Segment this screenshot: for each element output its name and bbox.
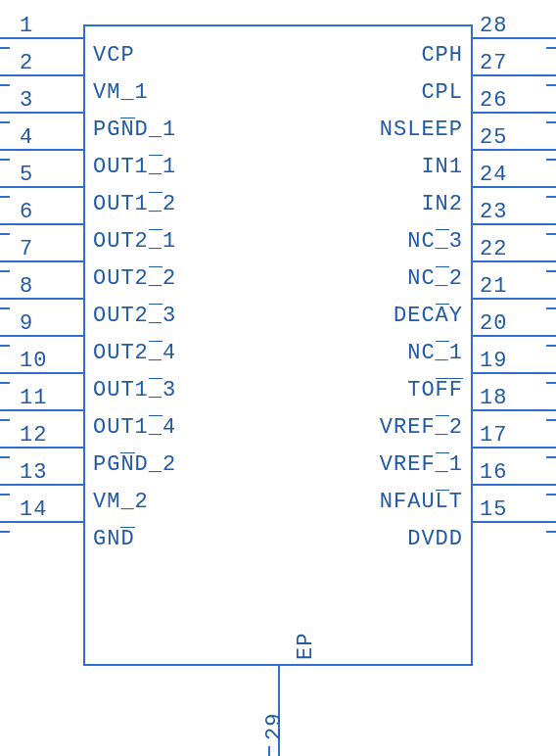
- pin-label: DVDD: [277, 527, 463, 551]
- pin-label: GND: [93, 527, 135, 551]
- pin-lead: [0, 74, 83, 76]
- pin-lead: [0, 260, 83, 262]
- pin-stub: [0, 345, 10, 347]
- pin-stub: [0, 159, 10, 161]
- pin-stub: [0, 494, 10, 496]
- pin-label: NSLEEP: [277, 118, 463, 142]
- pin-number: 7: [20, 237, 33, 261]
- pin-number: 26: [480, 88, 507, 113]
- pin-label: VCP: [93, 43, 135, 68]
- pin-stub: [0, 307, 10, 309]
- pin-number: 17: [480, 423, 507, 448]
- pin-label: OUT1_1: [93, 155, 176, 179]
- pin-label: NC_1: [277, 341, 463, 365]
- pin-stub: [0, 531, 10, 533]
- pin-number: 6: [20, 200, 33, 224]
- pin-stub: [0, 456, 10, 458]
- pin-label: CPH: [277, 43, 463, 68]
- pin-stub: [546, 196, 556, 198]
- pin-lead: [0, 112, 83, 114]
- pin-lead: [0, 186, 83, 188]
- pin-label: OUT2_2: [93, 266, 176, 291]
- pin-stub: [0, 84, 10, 86]
- pin-label: NC_2: [277, 266, 463, 291]
- pin-stub: [546, 382, 556, 384]
- pin-label: OUT1_3: [93, 378, 176, 402]
- pin-number: 13: [20, 460, 47, 485]
- pin-stub: [546, 531, 556, 533]
- pin-number: 16: [480, 460, 507, 485]
- pin-lead: [0, 298, 83, 300]
- pin-stub: [546, 456, 556, 458]
- pin-label: OUT2_1: [93, 229, 176, 254]
- pin-number: 19: [480, 349, 507, 373]
- pin-stub: [0, 419, 10, 421]
- pin-stub: [0, 196, 10, 198]
- pin-number: 1: [20, 14, 33, 38]
- pin-stub: [546, 84, 556, 86]
- pin-label: PGND_1: [93, 118, 176, 142]
- pin-number: 20: [480, 311, 507, 336]
- pin-number: 8: [20, 274, 33, 299]
- pin-label: VM_2: [93, 490, 149, 514]
- pin-label: PGND_2: [93, 452, 176, 477]
- pin-number: 12: [20, 423, 47, 448]
- pin-stub: [268, 746, 270, 756]
- pin-stub: [0, 47, 10, 49]
- pin-number: 3: [20, 88, 33, 113]
- pin-stub: [0, 270, 10, 272]
- pin-number: 24: [480, 163, 507, 187]
- pin-stub: [546, 307, 556, 309]
- pin-label: NC_3: [277, 229, 463, 254]
- pin-stub: [546, 233, 556, 235]
- pin-number: 22: [480, 237, 507, 261]
- pin-label: OUT2_4: [93, 341, 176, 365]
- pin-number: 18: [480, 386, 507, 410]
- pin-label: VREF_1: [277, 452, 463, 477]
- pin-label: OUT2_3: [93, 304, 176, 328]
- pin-label: IN1: [277, 155, 463, 179]
- pin-number: 2: [20, 51, 33, 75]
- pin-lead: [0, 335, 83, 337]
- pin-number: 11: [20, 386, 47, 410]
- pin-label: OUT1_4: [93, 415, 176, 440]
- pinout-diagram: 1VCP2VM_13PGND_14OUT1_15OUT1_26OUT2_17OU…: [0, 0, 556, 756]
- pin-number: 23: [480, 200, 507, 224]
- pin-label: VM_1: [93, 80, 149, 105]
- pin-number: 29: [262, 713, 287, 740]
- pin-label: TOFF: [277, 378, 463, 402]
- pin-stub: [0, 121, 10, 123]
- pin-label: CPL: [277, 80, 463, 105]
- pin-number: 21: [480, 274, 507, 299]
- pin-stub: [546, 47, 556, 49]
- pin-number: 15: [480, 497, 507, 522]
- pin-label: NFAULT: [277, 490, 463, 514]
- pin-label: IN2: [277, 192, 463, 216]
- pin-stub: [546, 270, 556, 272]
- pin-stub: [0, 382, 10, 384]
- pin-number: 25: [480, 125, 507, 150]
- pin-number: 10: [20, 349, 47, 373]
- pin-label: EP: [294, 633, 318, 660]
- pin-label: DECAY: [277, 304, 463, 328]
- pin-label: VREF_2: [277, 415, 463, 440]
- pin-number: 14: [20, 497, 47, 522]
- pin-stub: [0, 233, 10, 235]
- pin-number: 5: [20, 163, 33, 187]
- pin-stub: [546, 159, 556, 161]
- pin-lead: [0, 223, 83, 225]
- pin-number: 28: [480, 14, 507, 38]
- pin-number: 27: [480, 51, 507, 75]
- pin-lead: [0, 149, 83, 151]
- pin-lead: [0, 37, 83, 39]
- pin-stub: [546, 494, 556, 496]
- pin-lead: [278, 666, 280, 756]
- pin-number: 4: [20, 125, 33, 150]
- pin-number: 9: [20, 311, 33, 336]
- pin-stub: [546, 121, 556, 123]
- pin-stub: [546, 345, 556, 347]
- pin-stub: [546, 419, 556, 421]
- pin-label: OUT1_2: [93, 192, 176, 216]
